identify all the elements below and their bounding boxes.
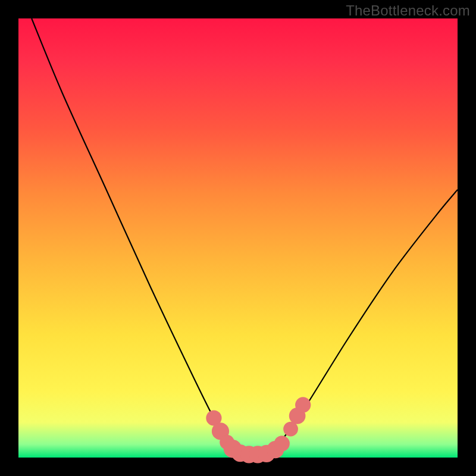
curve-marker xyxy=(274,436,290,451)
chart-svg xyxy=(18,18,458,458)
chart-frame: TheBottleneck.com xyxy=(0,0,476,476)
chart-plot-area xyxy=(18,18,458,458)
curve-markers xyxy=(206,397,311,463)
curve-marker xyxy=(295,397,311,412)
watermark-text: TheBottleneck.com xyxy=(346,2,470,19)
bottleneck-curve xyxy=(32,18,458,456)
